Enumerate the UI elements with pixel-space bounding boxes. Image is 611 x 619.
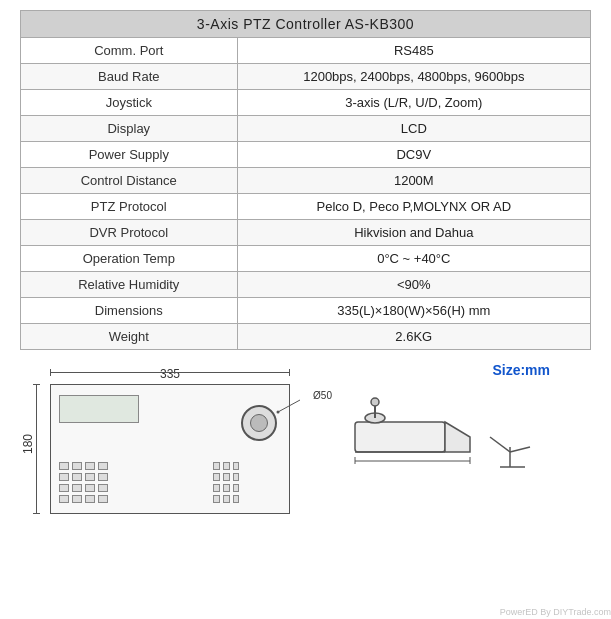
spec-value: 1200bps, 2400bps, 4800bps, 9600bps — [237, 64, 590, 90]
key — [59, 484, 69, 492]
joystick-dim-label: Ø50 — [313, 390, 332, 401]
table-row: Relative Humidity<90% — [21, 272, 591, 298]
spec-value: 1200M — [237, 168, 590, 194]
table-row: Control Distance1200M — [21, 168, 591, 194]
size-unit-label: Size:mm — [492, 362, 550, 378]
dim-width-label: 335 — [50, 367, 290, 381]
key — [213, 484, 220, 492]
key — [223, 495, 230, 503]
key — [85, 484, 95, 492]
spec-value: LCD — [237, 116, 590, 142]
spec-label: Control Distance — [21, 168, 238, 194]
svg-line-7 — [490, 437, 510, 452]
spec-value: 335(L)×180(W)×56(H) mm — [237, 298, 590, 324]
table-row: Power SupplyDC9V — [21, 142, 591, 168]
spec-label: Relative Humidity — [21, 272, 238, 298]
key — [59, 473, 69, 481]
spec-label: Display — [21, 116, 238, 142]
table-row: Comm. PortRS485 — [21, 38, 591, 64]
page-wrapper: 3-Axis PTZ Controller AS-KB300 Comm. Por… — [0, 0, 611, 547]
extra-keys — [213, 462, 239, 503]
joystick — [241, 405, 277, 441]
key — [213, 495, 220, 503]
key — [72, 462, 82, 470]
table-row: Dimensions335(L)×180(W)×56(H) mm — [21, 298, 591, 324]
key — [72, 473, 82, 481]
table-row: Baud Rate1200bps, 2400bps, 4800bps, 9600… — [21, 64, 591, 90]
key — [72, 495, 82, 503]
key — [72, 484, 82, 492]
spec-value: Pelco D, Peco P,MOLYNX OR AD — [237, 194, 590, 220]
keypad-area — [59, 462, 108, 503]
key-arrow — [233, 484, 239, 492]
svg-point-6 — [371, 398, 379, 406]
spec-value: RS485 — [237, 38, 590, 64]
dim-top-line — [50, 372, 290, 373]
diagram-left: 335 180 — [20, 362, 340, 547]
key-arrow — [233, 473, 239, 481]
spec-table: 3-Axis PTZ Controller AS-KB300 Comm. Por… — [20, 10, 591, 350]
spec-label: Dimensions — [21, 298, 238, 324]
table-title: 3-Axis PTZ Controller AS-KB300 — [21, 11, 591, 38]
key — [98, 495, 108, 503]
table-row: PTZ ProtocolPelco D, Peco P,MOLYNX OR AD — [21, 194, 591, 220]
spec-value: DC9V — [237, 142, 590, 168]
spec-label: Operation Temp — [21, 246, 238, 272]
table-row: Operation Temp0°C ~ +40°C — [21, 246, 591, 272]
watermark: PowerED By DIYTrade.com — [500, 607, 611, 617]
spec-value: 2.6KG — [237, 324, 590, 350]
spec-label: PTZ Protocol — [21, 194, 238, 220]
table-row: DisplayLCD — [21, 116, 591, 142]
dim-left-line — [36, 384, 37, 514]
key-arrow — [233, 495, 239, 503]
key — [98, 473, 108, 481]
joystick-inner — [250, 414, 268, 432]
key-arrow — [233, 462, 239, 470]
table-row: DVR ProtocolHikvision and Dahua — [21, 220, 591, 246]
spec-value: 0°C ~ +40°C — [237, 246, 590, 272]
diagram-right: Size:mm — [350, 362, 550, 547]
svg-marker-3 — [445, 422, 470, 452]
key — [85, 462, 95, 470]
key — [98, 484, 108, 492]
key — [59, 495, 69, 503]
side-view-svg — [350, 392, 540, 562]
key — [223, 473, 230, 481]
spec-value: Hikvision and Dahua — [237, 220, 590, 246]
spec-label: Baud Rate — [21, 64, 238, 90]
svg-rect-2 — [355, 422, 445, 452]
table-row: Weight2.6KG — [21, 324, 591, 350]
spec-value: <90% — [237, 272, 590, 298]
table-row: Joystick3-axis (L/R, U/D, Zoom) — [21, 90, 591, 116]
key — [213, 473, 220, 481]
spec-value: 3-axis (L/R, U/D, Zoom) — [237, 90, 590, 116]
controller-box — [50, 384, 290, 514]
spec-label: Weight — [21, 324, 238, 350]
dim-height-label: 180 — [21, 434, 35, 454]
key — [213, 462, 220, 470]
key — [223, 484, 230, 492]
spec-label: Power Supply — [21, 142, 238, 168]
spec-label: DVR Protocol — [21, 220, 238, 246]
lcd-display — [59, 395, 139, 423]
key — [85, 473, 95, 481]
key — [85, 495, 95, 503]
svg-line-8 — [510, 447, 530, 452]
spec-label: Comm. Port — [21, 38, 238, 64]
diagram-section: 335 180 — [20, 362, 591, 547]
key — [59, 462, 69, 470]
key — [98, 462, 108, 470]
key — [223, 462, 230, 470]
spec-label: Joystick — [21, 90, 238, 116]
